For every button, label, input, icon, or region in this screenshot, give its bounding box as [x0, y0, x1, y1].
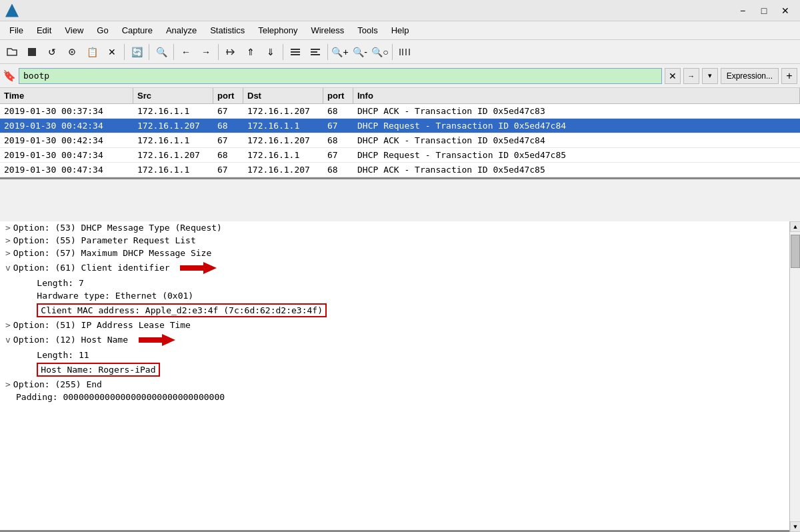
header-dport: port	[323, 88, 353, 103]
cell-sport: 68	[213, 119, 243, 133]
cell-info: DHCP ACK - Transaction ID 0x5ed47c83	[353, 104, 800, 118]
header-info: Info	[353, 88, 800, 103]
toolbar-separator-5	[283, 44, 283, 60]
menu-help[interactable]: Help	[385, 23, 416, 37]
cell-time: 2019-01-30 00:47:34	[0, 148, 133, 162]
cell-src: 172.16.1.207	[133, 119, 213, 133]
packet-list-section: Time Src port Dst port Info 2019-01-30 0…	[0, 88, 800, 221]
svg-rect-8	[311, 54, 320, 55]
toolbar-separator-7	[392, 44, 393, 60]
toolbar-zoomin-btn[interactable]: 🔍+	[331, 43, 349, 61]
cell-dport: 67	[323, 119, 353, 133]
cell-dst: 172.16.1.207	[243, 163, 323, 177]
detail-line[interactable]: Host Name: Rogers-iPad	[0, 361, 789, 378]
detail-line[interactable]: Hardware type: Ethernet (0x01)	[0, 289, 789, 302]
detail-line[interactable]: Padding: 0000000000000000000000000000000	[0, 391, 789, 403]
menu-wireless[interactable]: Wireless	[304, 23, 351, 37]
cell-dport: 68	[323, 163, 353, 177]
cell-sport: 68	[213, 148, 243, 162]
titlebar: − □ ✕	[0, 0, 800, 21]
toolbar-top-btn[interactable]: ⇑	[241, 43, 260, 61]
toolbar-resize-btn[interactable]	[395, 43, 414, 61]
filter-clear-button[interactable]: ✕	[665, 68, 681, 84]
red-arrow-icon	[180, 261, 217, 275]
packet-row[interactable]: 2019-01-30 00:42:34 172.16.1.207 68 172.…	[0, 119, 800, 133]
toolbar-copy-btn[interactable]: 📋	[83, 43, 101, 61]
toolbar-bottom-btn[interactable]: ⇓	[261, 43, 280, 61]
cell-info: DHCP ACK - Transaction ID 0x5ed47c85	[353, 163, 800, 177]
packet-row[interactable]: 2019-01-30 00:42:34 172.16.1.1 67 172.16…	[0, 133, 800, 148]
toolbar-zoomnorm-btn[interactable]: 🔍○	[371, 43, 389, 61]
detail-line[interactable]: >Option: (53) DHCP Message Type (Request…	[0, 221, 789, 234]
cell-time: 2019-01-30 00:47:34	[0, 163, 133, 177]
filter-bookmark-icon[interactable]: 🔖	[3, 69, 16, 82]
toolbar-zoomout-btn[interactable]: 🔍-	[351, 43, 369, 61]
filter-apply-button[interactable]: →	[683, 68, 699, 84]
toolbar-colorize-btn[interactable]	[306, 43, 325, 61]
cell-sport: 67	[213, 163, 243, 177]
toolbar-autoscroll-btn[interactable]	[286, 43, 305, 61]
menu-go[interactable]: Go	[90, 23, 115, 37]
cell-dst: 172.16.1.207	[243, 133, 323, 147]
close-button[interactable]: ✕	[776, 4, 795, 17]
filter-expression-button[interactable]: Expression...	[721, 68, 779, 84]
menu-telephony[interactable]: Telephony	[251, 23, 304, 37]
toolbar-open-btn[interactable]	[3, 43, 21, 61]
detail-lines: >Option: (53) DHCP Message Type (Request…	[0, 221, 789, 403]
filter-input[interactable]	[19, 68, 662, 84]
detail-line[interactable]: vOption: (61) Client identifier	[0, 259, 789, 277]
menu-file[interactable]: File	[3, 23, 30, 37]
cell-dst: 172.16.1.207	[243, 104, 323, 118]
packet-row[interactable]: 2019-01-30 00:37:34 172.16.1.1 67 172.16…	[0, 104, 800, 119]
maximize-button[interactable]: □	[755, 4, 773, 17]
toolbar-fwd-btn[interactable]: →	[197, 43, 215, 61]
scrollbar-thumb[interactable]	[791, 235, 800, 268]
cell-time: 2019-01-30 00:42:34	[0, 119, 133, 133]
detail-line[interactable]: >Option: (255) End	[0, 378, 789, 391]
detail-line[interactable]: vOption: (12) Host Name	[0, 331, 789, 349]
packet-detail-section[interactable]: >Option: (53) DHCP Message Type (Request…	[0, 221, 800, 532]
menu-capture[interactable]: Capture	[115, 23, 159, 37]
detail-line[interactable]: Length: 7	[0, 277, 789, 289]
menu-analyze[interactable]: Analyze	[159, 23, 203, 37]
cell-dst: 172.16.1.1	[243, 148, 323, 162]
toolbar-restart-btn[interactable]: ↺	[43, 43, 61, 61]
svg-marker-13	[180, 262, 217, 274]
toolbar-close-btn[interactable]: ✕	[103, 43, 121, 61]
scrollbar-down-button[interactable]: ▼	[790, 521, 800, 532]
filter-dropdown-button[interactable]: ▾	[702, 68, 718, 84]
header-src: Src	[133, 88, 213, 103]
packet-row[interactable]: 2019-01-30 00:47:34 172.16.1.207 68 172.…	[0, 148, 800, 163]
toolbar-reload-btn[interactable]: 🔄	[127, 43, 146, 61]
filter-add-button[interactable]: +	[781, 68, 797, 84]
detail-line[interactable]: Length: 11	[0, 349, 789, 361]
toolbar-back-btn[interactable]: ←	[177, 43, 195, 61]
detail-line[interactable]: >Option: (51) IP Address Lease Time	[0, 319, 789, 331]
scrollbar[interactable]: ▲ ▼	[789, 221, 800, 532]
detail-line[interactable]: Client MAC address: Apple_d2:e3:4f (7c:6…	[0, 302, 789, 319]
menu-tools[interactable]: Tools	[351, 23, 384, 37]
menu-view[interactable]: View	[58, 23, 90, 37]
toolbar-stop-btn[interactable]	[23, 43, 41, 61]
cell-dport: 67	[323, 148, 353, 162]
detail-line[interactable]: >Option: (55) Parameter Request List	[0, 234, 789, 247]
cell-src: 172.16.1.1	[133, 104, 213, 118]
menu-statistics[interactable]: Statistics	[203, 23, 251, 37]
toolbar-search-btn[interactable]: 🔍	[152, 43, 171, 61]
svg-marker-14	[139, 334, 175, 346]
packet-detail: >Option: (53) DHCP Message Type (Request…	[0, 221, 800, 532]
toolbar-goto-btn[interactable]	[221, 43, 240, 61]
minimize-button[interactable]: −	[733, 4, 752, 17]
scrollbar-up-button[interactable]: ▲	[790, 221, 800, 232]
detail-line[interactable]: >Option: (57) Maximum DHCP Message Size	[0, 247, 789, 259]
packet-row[interactable]: 2019-01-30 00:47:34 172.16.1.1 67 172.16…	[0, 163, 800, 177]
window-controls: − □ ✕	[733, 4, 795, 17]
toolbar-separator-1	[124, 44, 125, 60]
cell-info: DHCP Request - Transaction ID 0x5ed47c85	[353, 148, 800, 162]
toolbar-separator-3	[173, 44, 174, 60]
svg-marker-0	[7, 49, 17, 55]
header-time: Time	[0, 88, 133, 103]
menu-edit[interactable]: Edit	[30, 23, 58, 37]
cell-time: 2019-01-30 00:42:34	[0, 133, 133, 147]
toolbar-options-btn[interactable]	[63, 43, 81, 61]
